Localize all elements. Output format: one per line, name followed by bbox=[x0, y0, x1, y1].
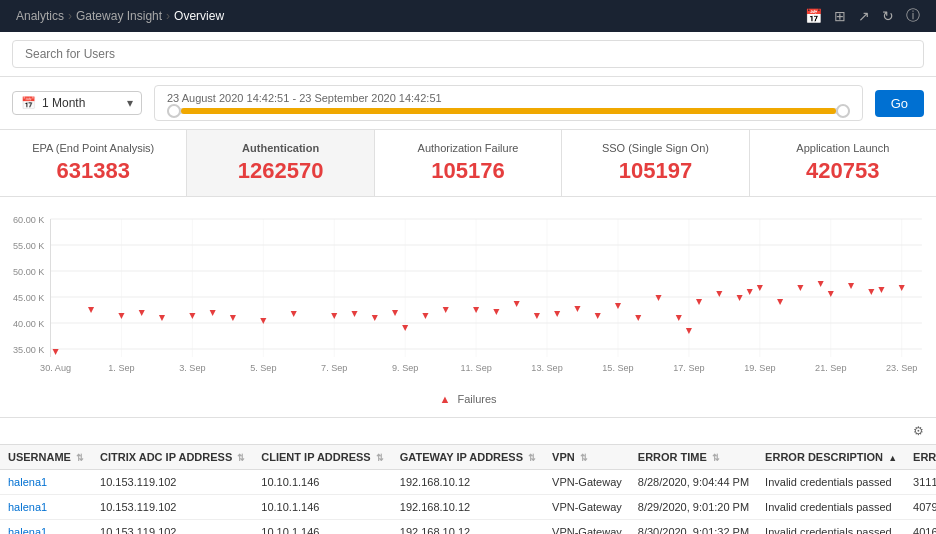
cell-vpn: VPN-Gateway bbox=[544, 470, 630, 495]
stat-card-auth: Authentication 1262570 bbox=[187, 130, 374, 196]
cell-error-desc: Invalid credentials passed bbox=[757, 520, 905, 535]
cell-client-ip: 10.10.1.146 bbox=[253, 495, 391, 520]
refresh-nav-icon[interactable]: ↻ bbox=[882, 8, 894, 24]
col-vpn[interactable]: VPN ⇅ bbox=[544, 445, 630, 470]
cell-username[interactable]: halena1 bbox=[0, 520, 92, 535]
breadcrumb-overview: Overview bbox=[174, 9, 224, 23]
svg-text:45.00 K: 45.00 K bbox=[13, 293, 44, 303]
svg-marker-63 bbox=[848, 283, 854, 289]
nav-icons: 📅 ⊞ ↗ ↻ ⓘ bbox=[805, 7, 920, 25]
svg-marker-62 bbox=[828, 291, 834, 297]
svg-text:60.00 K: 60.00 K bbox=[13, 215, 44, 225]
cell-error-desc: Invalid credentials passed bbox=[757, 495, 905, 520]
svg-marker-45 bbox=[534, 313, 540, 319]
cell-username[interactable]: halena1 bbox=[0, 495, 92, 520]
table-row: halena1 10.153.119.102 10.10.1.146 192.1… bbox=[0, 470, 936, 495]
cell-client-ip: 10.10.1.146 bbox=[253, 470, 391, 495]
search-bar bbox=[0, 32, 936, 77]
cell-citrix-ip: 10.153.119.102 bbox=[92, 495, 253, 520]
svg-marker-28 bbox=[139, 310, 145, 316]
stat-value-sso: 105197 bbox=[578, 158, 732, 184]
col-error-count[interactable]: ERROR COUNT ⇅ bbox=[905, 445, 936, 470]
svg-marker-26 bbox=[88, 307, 94, 313]
chart-legend: ▲ Failures bbox=[12, 393, 924, 405]
cell-client-ip: 10.10.1.146 bbox=[253, 520, 391, 535]
svg-marker-66 bbox=[899, 285, 905, 291]
stat-label-authfail: Authorization Failure bbox=[391, 142, 545, 154]
cell-error-time: 8/29/2020, 9:01:20 PM bbox=[630, 495, 757, 520]
table-header: USERNAME ⇅ CITRIX ADC IP ADDRESS ⇅ CLIEN… bbox=[0, 445, 936, 470]
stat-value-authfail: 105176 bbox=[391, 158, 545, 184]
col-error-desc[interactable]: ERROR DESCRIPTION ▲ bbox=[757, 445, 905, 470]
svg-text:30. Aug: 30. Aug bbox=[40, 363, 71, 373]
svg-marker-48 bbox=[595, 313, 601, 319]
col-citrix-ip[interactable]: CITRIX ADC IP ADDRESS ⇅ bbox=[92, 445, 253, 470]
cell-error-time: 8/30/2020, 9:01:32 PM bbox=[630, 520, 757, 535]
cell-gateway-ip: 192.168.10.12 bbox=[392, 495, 544, 520]
svg-marker-25 bbox=[53, 349, 59, 355]
help-nav-icon[interactable]: ⓘ bbox=[906, 7, 920, 25]
table-row: halena1 10.153.119.102 10.10.1.146 192.1… bbox=[0, 520, 936, 535]
date-select-dropdown[interactable]: 📅 1 Month ▾ bbox=[12, 91, 142, 115]
svg-marker-40 bbox=[422, 313, 428, 319]
svg-text:1. Sep: 1. Sep bbox=[108, 363, 134, 373]
col-error-time[interactable]: ERROR TIME ⇅ bbox=[630, 445, 757, 470]
cell-citrix-ip: 10.153.119.102 bbox=[92, 470, 253, 495]
svg-marker-65 bbox=[878, 287, 884, 293]
svg-marker-51 bbox=[655, 295, 661, 301]
chart-svg: 60.00 K 55.00 K 50.00 K 45.00 K 40.00 K … bbox=[12, 209, 924, 389]
svg-marker-50 bbox=[635, 315, 641, 321]
top-nav: Analytics › Gateway Insight › Overview 📅… bbox=[0, 0, 936, 32]
svg-marker-42 bbox=[473, 307, 479, 313]
svg-marker-38 bbox=[392, 310, 398, 316]
svg-text:17. Sep: 17. Sep bbox=[673, 363, 704, 373]
export-nav-icon[interactable]: ↗ bbox=[858, 8, 870, 24]
svg-text:35.00 K: 35.00 K bbox=[13, 345, 44, 355]
col-client-ip[interactable]: CLIENT IP ADDRESS ⇅ bbox=[253, 445, 391, 470]
svg-marker-30 bbox=[189, 313, 195, 319]
svg-marker-61 bbox=[818, 281, 824, 287]
cell-error-desc: Invalid credentials passed bbox=[757, 470, 905, 495]
svg-text:21. Sep: 21. Sep bbox=[815, 363, 846, 373]
date-range-slider: 23 August 2020 14:42:51 - 23 September 2… bbox=[154, 85, 863, 121]
breadcrumb-analytics[interactable]: Analytics bbox=[16, 9, 64, 23]
svg-marker-27 bbox=[118, 313, 124, 319]
cell-error-count: 4016 bbox=[905, 520, 936, 535]
svg-text:23. Sep: 23. Sep bbox=[886, 363, 917, 373]
svg-marker-52 bbox=[676, 315, 682, 321]
svg-marker-36 bbox=[351, 311, 357, 317]
stats-row: EPA (End Point Analysis) 631383 Authenti… bbox=[0, 130, 936, 197]
slider-thumb-right[interactable] bbox=[836, 104, 850, 118]
date-range-label: 23 August 2020 14:42:51 - 23 September 2… bbox=[167, 92, 850, 104]
data-table: USERNAME ⇅ CITRIX ADC IP ADDRESS ⇅ CLIEN… bbox=[0, 444, 936, 534]
calendar-nav-icon[interactable]: 📅 bbox=[805, 8, 822, 24]
col-username[interactable]: USERNAME ⇅ bbox=[0, 445, 92, 470]
slider-track[interactable] bbox=[167, 108, 850, 114]
legend-triangle-icon: ▲ bbox=[439, 393, 450, 405]
svg-marker-49 bbox=[615, 303, 621, 309]
chart-container: 60.00 K 55.00 K 50.00 K 45.00 K 40.00 K … bbox=[12, 209, 924, 389]
search-input[interactable] bbox=[12, 40, 924, 68]
breadcrumb: Analytics › Gateway Insight › Overview bbox=[16, 9, 224, 23]
legend-label: Failures bbox=[457, 393, 496, 405]
stat-card-authfail: Authorization Failure 105176 bbox=[375, 130, 562, 196]
slider-thumb-left[interactable] bbox=[167, 104, 181, 118]
svg-text:15. Sep: 15. Sep bbox=[602, 363, 633, 373]
col-gateway-ip[interactable]: GATEWAY IP ADDRESS ⇅ bbox=[392, 445, 544, 470]
table-header-row: ⚙ bbox=[0, 418, 936, 444]
cell-vpn: VPN-Gateway bbox=[544, 520, 630, 535]
cell-username[interactable]: halena1 bbox=[0, 470, 92, 495]
svg-marker-43 bbox=[493, 309, 499, 315]
date-select-label: 1 Month bbox=[42, 96, 85, 110]
svg-marker-35 bbox=[331, 313, 337, 319]
stat-card-epa: EPA (End Point Analysis) 631383 bbox=[0, 130, 187, 196]
svg-marker-56 bbox=[737, 295, 743, 301]
svg-text:55.00 K: 55.00 K bbox=[13, 241, 44, 251]
grid-nav-icon[interactable]: ⊞ bbox=[834, 8, 846, 24]
settings-icon[interactable]: ⚙ bbox=[913, 424, 924, 438]
svg-text:9. Sep: 9. Sep bbox=[392, 363, 418, 373]
breadcrumb-gateway[interactable]: Gateway Insight bbox=[76, 9, 162, 23]
table-section: ⚙ USERNAME ⇅ CITRIX ADC IP ADDRESS ⇅ CLI… bbox=[0, 418, 936, 534]
chevron-down-icon: ▾ bbox=[127, 96, 133, 110]
go-button[interactable]: Go bbox=[875, 90, 924, 117]
